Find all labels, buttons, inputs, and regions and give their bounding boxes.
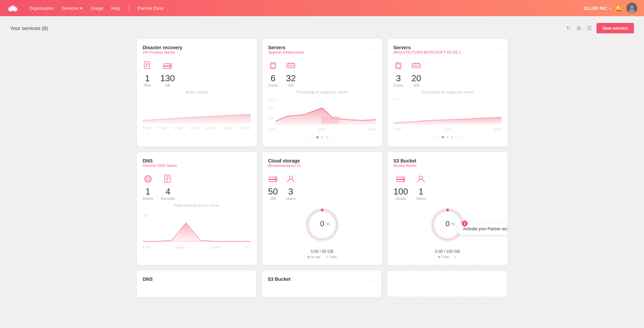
dr-stats: 1 Plan 130 GB (143, 61, 251, 87)
org-selector[interactable]: OLLER INC ▾ (584, 6, 611, 11)
cs-storage-info: 0,00 / 50 GB (268, 249, 376, 254)
s3-users-label: Users (416, 197, 426, 201)
dns-bottom-header: DNS ... (143, 276, 250, 282)
dns-bottom-menu[interactable]: ... (245, 276, 250, 282)
s1-dot-1 (316, 136, 318, 138)
dr-gb-label: GB (160, 83, 175, 87)
s2-menu-button[interactable]: ... (496, 45, 501, 51)
s2-chart-controls: ‹ › (394, 134, 501, 141)
nav-divider: | (128, 5, 130, 11)
svg-rect-48 (413, 65, 414, 67)
s3-title: S3 Bucket (394, 158, 417, 163)
s2-prev-button[interactable]: ‹ (432, 134, 439, 141)
svg-text:0: 0 (445, 219, 449, 228)
nav-partner-zone[interactable]: Partner Zone (138, 6, 163, 11)
dr-chart-labels: 6 SEP 7 SEP 8 SEP 9 SEP 10 SEP 11 SEP 12… (143, 126, 251, 130)
list-view-button[interactable]: ☰ (586, 24, 593, 33)
svg-point-83 (403, 178, 404, 179)
dr-chart-area: 6 SEP 7 SEP 8 SEP 9 SEP 10 SEP 11 SEP 12… (143, 97, 251, 130)
dns-bottom-title: DNS (143, 276, 153, 282)
bottom-row: DNS ... S3 Bucket ... (137, 270, 508, 297)
avatar[interactable] (626, 3, 637, 13)
cs-donut-container: 0 % (268, 205, 376, 245)
dns-zones-stat: 1 Zones (143, 174, 153, 201)
add-service-dashed-card[interactable] (387, 270, 508, 297)
s1-description: Percentage of usage per server (268, 90, 376, 94)
cs-gb-stat: 50 GB (268, 174, 278, 201)
servers-2-card: Servers ARQUITECTURA MICROSOFT AD DS 1 .… (388, 39, 508, 147)
svg-text:%: % (452, 222, 455, 227)
navbar-right: OLLER INC ▾ 🔔 (584, 3, 637, 13)
grid-view-button[interactable]: ⊞ (575, 24, 582, 33)
svg-rect-17 (270, 63, 276, 68)
services-title: Your services (8) (10, 25, 48, 31)
cs-menu-button[interactable]: ... (370, 158, 376, 164)
services-header: Your services (8) ↻ ⊞ ☰ New service (10, 23, 634, 33)
partner-tooltip[interactable]: 2 Activate your Partner account (458, 223, 507, 235)
s2-cpu-stat: 3 Cores (394, 61, 403, 87)
s1-menu-button[interactable]: ... (370, 45, 376, 51)
dns-chart-labels: 6 SEP 9 SEP 10 SEP 12 S (143, 246, 251, 249)
grid-icon: ⊞ (577, 25, 581, 31)
s1-prev-button[interactable]: ‹ (307, 134, 314, 141)
header-actions: ↻ ⊞ ☰ New service (565, 23, 634, 33)
legend-dot-inuse (307, 256, 310, 258)
svg-rect-29 (293, 65, 294, 67)
services-grid: Disaster recovery DR-Pruebas-Nacho ... 1… (137, 39, 508, 265)
refresh-button[interactable]: ↻ (565, 24, 572, 33)
dr-description: Active replica (143, 90, 251, 94)
nav-services[interactable]: Services ▾ (62, 6, 83, 11)
svg-point-74 (275, 180, 276, 181)
logo[interactable] (7, 3, 19, 13)
new-service-button[interactable]: New service (596, 23, 634, 33)
navbar: Organisation Services ▾ Usage Help | Par… (0, 0, 644, 16)
users-icon (286, 174, 296, 186)
s1-dot-3 (326, 136, 328, 138)
nav-help[interactable]: Help (111, 6, 120, 11)
notification-bell-icon[interactable]: 🔔 (615, 4, 622, 12)
dr-menu-button[interactable]: ... (245, 45, 250, 51)
s1-gb-label: GB (286, 83, 296, 87)
s3-bottom-card: S3 Bucket ... (262, 270, 381, 297)
svg-rect-40 (397, 64, 400, 67)
s1-next-button[interactable]: › (331, 134, 337, 141)
s3-bottom-menu[interactable]: ... (370, 276, 375, 282)
dns-records-stat: 4 Records (161, 174, 175, 201)
svg-point-84 (403, 180, 404, 181)
nav-links: Organisation Services ▾ Usage Help | Par… (29, 5, 584, 11)
dns-stats: 1 Zones 4 Records (143, 174, 251, 201)
cs-users-value: 3 (286, 187, 296, 196)
main-content: Your services (8) ↻ ⊞ ☰ New service 1 → (0, 16, 644, 304)
svg-text:%: % (326, 222, 330, 227)
org-dropdown-arrow: ▾ (609, 6, 611, 10)
nav-usage[interactable]: Usage (91, 6, 103, 11)
dns-zones-value: 1 (143, 187, 153, 196)
s3-legend-empty (454, 255, 457, 259)
s3-users-value: 1 (416, 187, 426, 196)
s2-next-button[interactable]: › (456, 134, 463, 141)
svg-rect-39 (396, 63, 401, 68)
svg-point-15 (170, 67, 171, 68)
s2-title: Servers (394, 45, 461, 50)
legend-dot-empty (454, 256, 457, 258)
svg-point-75 (289, 176, 293, 179)
dns-records-value: 4 (161, 187, 175, 196)
svg-rect-27 (289, 65, 290, 67)
dr-plan-value: 1 (143, 74, 152, 83)
s1-cores-value: 6 (268, 74, 278, 83)
svg-rect-28 (291, 65, 292, 67)
s1-ram-stat: 32 GB (286, 61, 296, 87)
card-header: Servers Spanish Infrastructure ... (268, 45, 376, 58)
dns-menu-button[interactable]: ... (245, 158, 250, 164)
s1-stats: 6 Cores 32 GB (268, 61, 376, 87)
svg-text:0: 0 (320, 219, 324, 228)
s3-legend: Total (394, 255, 501, 259)
s3-menu-button[interactable]: ... (496, 158, 501, 164)
svg-marker-16 (143, 114, 251, 124)
s3-bucket-card: S3 Bucket Bucket Nacho ... 100 Quota (388, 152, 508, 265)
s2-chart-area: 5 % (394, 96, 501, 126)
nav-organisation[interactable]: Organisation (29, 6, 54, 11)
dns-chart-area: 4B 6 SEP 9 SEP 10 SEP 12 S (143, 213, 251, 243)
s1-chart-labels: 17:55 18:00 18:10 (268, 128, 376, 131)
cs-legend-inuse: In use (307, 255, 320, 259)
